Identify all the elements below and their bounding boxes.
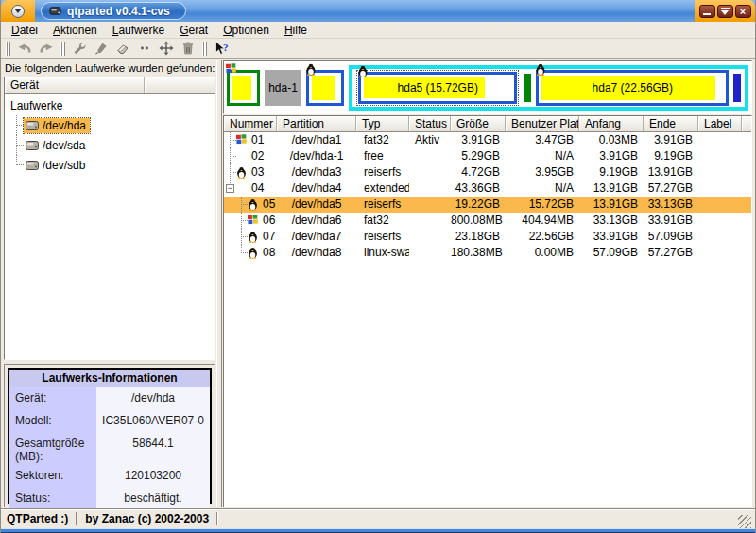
column-header-label[interactable]: Label	[698, 116, 742, 131]
tree-item-dev-sdb[interactable]: /dev/sdb	[5, 155, 215, 175]
status-app-name: QTParted :)	[5, 512, 70, 525]
tree-item-dev-sda[interactable]: /dev/sda	[5, 135, 215, 155]
column-header-empty[interactable]	[145, 77, 215, 93]
toolbar-handle[interactable]	[202, 42, 207, 56]
tux-icon	[535, 63, 546, 76]
table-row-hda4[interactable]: − 04 /dev/hda4 extended 43.36GB N/A 13.9…	[224, 181, 751, 197]
tree-root-laufwerke[interactable]: Laufwerke	[5, 95, 215, 115]
partition-panel: hda-1	[223, 60, 752, 507]
drives-caption: Die folgenden Laufwerke wurden gefunden:	[4, 60, 215, 77]
table-row-hda1[interactable]: 01 /dev/hda1 fat32 Aktiv 3.91GB 3.47GB 0…	[224, 132, 751, 148]
tux-icon	[236, 166, 249, 179]
minimize-icon	[703, 13, 711, 15]
close-button[interactable]: ×	[735, 5, 751, 18]
column-header-status[interactable]: Status	[409, 116, 451, 131]
qtparted-window: qtparted v0.4.1-cvs × Datei Aktionen Lau…	[0, 0, 756, 533]
status-bar: QTParted :) by Zanac (c) 2002-2003	[1, 508, 755, 528]
property-wrench-icon	[72, 41, 87, 56]
resize-grip[interactable]	[738, 515, 751, 528]
windows-logo-icon	[248, 215, 260, 227]
column-header-filler	[742, 116, 751, 131]
hard-disk-icon	[26, 140, 39, 151]
partition-box-hda5-selected[interactable]: hda5 (15.72GB)	[356, 70, 519, 106]
title-pill: qtparted v0.4.1-cvs	[41, 2, 186, 20]
titlebar-fill: qtparted v0.4.1-cvs	[35, 0, 695, 22]
erase-button[interactable]	[112, 40, 133, 58]
table-row-hda3[interactable]: 03 /dev/hda3 reiserfs 4.72GB 3.95GB 9.19…	[224, 164, 751, 181]
info-value-geraet: /dev/hda	[96, 387, 210, 410]
column-header-benutzer-platz[interactable]: Benutzer Platz	[506, 116, 579, 131]
partition-box-hda7[interactable]: hda7 (22.56GB)	[536, 70, 729, 106]
table-row-hda6[interactable]: 06 /dev/hda6 fat32 800.08MB 404.94MB 33.…	[224, 213, 751, 229]
table-row-hda8[interactable]: 08 /dev/hda8 linux-swap 180.38MB 0.00MB …	[224, 245, 751, 261]
whats-this-icon: ?	[214, 41, 230, 56]
tux-icon	[248, 198, 260, 211]
maximize-icon	[721, 8, 730, 15]
info-value-status: beschäftigt.	[96, 488, 210, 510]
column-header-ende[interactable]: Ende	[644, 116, 698, 131]
partition-box-hda8[interactable]	[733, 74, 741, 102]
tree-collapse-icon[interactable]: −	[226, 184, 234, 193]
menu-geraet[interactable]: Gerät	[173, 23, 215, 38]
whats-this-button[interactable]: ?	[211, 40, 232, 58]
table-row-hda-1[interactable]: 02 /dev/hda-1 free 5.29GB N/A 3.91GB 9.1…	[224, 148, 751, 164]
status-credit: by Zanac (c) 2002-2003	[83, 512, 211, 525]
redo-button[interactable]	[36, 40, 57, 58]
tux-icon	[248, 247, 260, 259]
erase-icon	[115, 41, 130, 56]
column-header-partition[interactable]: Partition	[277, 116, 356, 131]
menu-aktionen[interactable]: Aktionen	[46, 23, 104, 38]
panel-splitter[interactable]	[216, 60, 222, 507]
resize-dots-icon	[137, 41, 152, 56]
drives-panel: Die folgenden Laufwerke wurden gefunden:…	[4, 60, 215, 507]
column-header-typ[interactable]: Typ	[356, 116, 409, 131]
info-label-gesamtgroesse: Gesamtgröße (MB):	[9, 433, 96, 465]
partition-box-hda3[interactable]	[306, 70, 344, 106]
menu-optionen[interactable]: Optionen	[216, 23, 276, 38]
menu-datei[interactable]: Datei	[5, 23, 44, 38]
info-label-geraet: Gerät:	[9, 387, 96, 410]
qtparted-app-icon	[49, 5, 61, 17]
toolbar-handle[interactable]	[6, 42, 10, 56]
table-row-hda7[interactable]: 07 /dev/hda7 reiserfs 23.18GB 22.56GB 33…	[224, 229, 751, 245]
window-menu-button[interactable]	[11, 5, 25, 18]
maximize-button[interactable]	[717, 5, 733, 18]
delete-button[interactable]	[178, 40, 198, 58]
partition-table-header: Nummer Partition Typ Status Größe Benutz…	[224, 116, 751, 132]
titlebar-left-corner	[1, 0, 35, 22]
drives-treeview: Gerät Laufwerke	[4, 77, 215, 360]
format-button[interactable]	[91, 40, 112, 58]
info-value-modell: IC35L060AVER07-0	[96, 410, 210, 433]
info-label-modell: Modell:	[9, 410, 96, 433]
column-header-nummer[interactable]: Nummer	[224, 116, 277, 131]
partition-box-hda1[interactable]	[227, 70, 260, 106]
format-brush-icon	[94, 41, 109, 56]
tux-icon	[305, 63, 317, 76]
undo-button[interactable]	[14, 40, 35, 58]
column-header-anfang[interactable]: Anfang	[579, 116, 644, 131]
menu-hilfe[interactable]: Hilfe	[278, 23, 314, 38]
column-header-groesse[interactable]: Größe	[451, 116, 506, 131]
drives-tree-body: Laufwerke /dev/hda	[5, 94, 215, 359]
toolbar: ?	[1, 39, 755, 59]
toolbar-handle[interactable]	[60, 42, 65, 56]
windows-logo-icon	[236, 134, 249, 146]
tree-item-dev-hda[interactable]: /dev/hda	[5, 115, 215, 135]
partition-box-hda-1-free[interactable]: hda-1	[265, 70, 301, 106]
partition-table-body: 01 /dev/hda1 fat32 Aktiv 3.91GB 3.47GB 0…	[224, 132, 751, 507]
window-bottom-border	[1, 528, 755, 533]
property-button[interactable]	[69, 40, 90, 58]
drives-tree-header: Gerät	[5, 77, 215, 94]
main-area: Die folgenden Laufwerke wurden gefunden:…	[1, 59, 755, 508]
move-button[interactable]	[156, 40, 177, 58]
resize-button[interactable]	[134, 40, 155, 58]
partition-box-hda4-extended[interactable]: hda5 (15.72GB)	[349, 65, 748, 111]
column-header-geraet[interactable]: Gerät	[5, 77, 145, 93]
window-menu-icon	[14, 9, 22, 13]
minimize-button[interactable]	[699, 5, 715, 18]
menu-laufwerke[interactable]: Laufwerke	[106, 23, 171, 38]
partition-label-hda7: hda7 (22.56GB)	[536, 70, 729, 106]
table-row-hda5[interactable]: 05 /dev/hda5 reiserfs 19.22GB 15.72GB 13…	[224, 197, 751, 213]
partition-box-hda6[interactable]	[524, 74, 531, 102]
hard-disk-icon	[26, 120, 39, 131]
